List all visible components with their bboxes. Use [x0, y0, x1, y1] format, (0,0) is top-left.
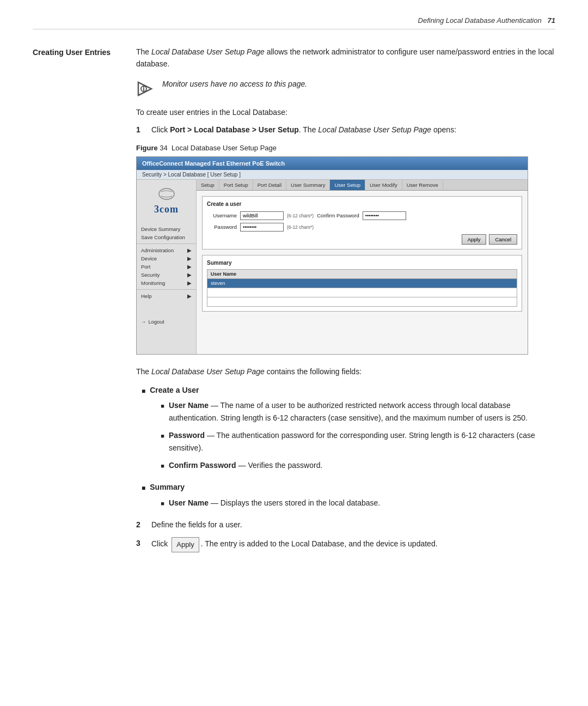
- table-row[interactable]: steven: [207, 278, 517, 288]
- username-input[interactable]: [240, 211, 284, 220]
- create-user-title: Create a user: [207, 201, 517, 207]
- sidebar-save-config[interactable]: Save Configuration: [137, 233, 196, 241]
- sidebar-device[interactable]: Device ▶: [137, 254, 196, 263]
- summary-items: ■ User Name — Displays the users stored …: [161, 497, 380, 509]
- password-input[interactable]: [240, 223, 284, 232]
- table-cell-empty-2: [207, 297, 517, 306]
- info-note: Monitor users have no access to this pag…: [162, 78, 307, 90]
- info-box: Monitor users have no access to this pag…: [136, 78, 555, 99]
- footer-steps: 2 Define the fields for a user. 3 Click …: [136, 519, 555, 552]
- tab-user-remove[interactable]: User Remove: [402, 180, 443, 190]
- section-create-user: ■ Create a User ■ User Name — The name o…: [142, 384, 555, 477]
- step-3-text: Click Apply. The entry is added to the L…: [151, 537, 438, 552]
- header-text: Defining Local Database Authentication: [418, 16, 542, 25]
- apply-inline-button[interactable]: Apply: [171, 537, 199, 552]
- username-hint: (6-12 chars*): [287, 213, 314, 218]
- password-row: Password (6-12 chars*): [207, 223, 517, 232]
- sidebar-monitoring[interactable]: Monitoring ▶: [137, 279, 196, 287]
- switch-sidebar: 3com Device Summary Save Configuration A…: [137, 180, 197, 354]
- form-buttons: Apply Cancel: [207, 234, 517, 245]
- summary-heading: Summary ■ User Name — Displays the users…: [150, 481, 380, 514]
- tab-setup[interactable]: Setup: [197, 180, 219, 190]
- bullet-marker-2: ■: [142, 483, 145, 514]
- section-summary: ■ Summary ■ User Name — Displays the use…: [142, 481, 555, 514]
- sidebar-logout[interactable]: → Logout: [137, 317, 196, 327]
- intro-em: Local Database User Setup Page: [151, 47, 265, 56]
- info-icon: [136, 79, 156, 99]
- step-1: 1 Click Port > Local Database > User Set…: [136, 124, 555, 136]
- switch-ui-header: OfficeConnect Managed Fast Ethernet PoE …: [137, 157, 528, 170]
- tab-user-summary[interactable]: User Summary: [286, 180, 330, 190]
- svg-marker-0: [138, 82, 151, 95]
- table-cell-steven: steven: [207, 278, 517, 288]
- sidebar-divider-1: [137, 244, 196, 244]
- sidebar-administration[interactable]: Administration ▶: [137, 246, 196, 254]
- tab-user-modify[interactable]: User Modify: [365, 180, 402, 190]
- switch-main: Setup Port Setup Port Detail User Summar…: [197, 180, 528, 354]
- table-cell-empty-1: [207, 288, 517, 297]
- figure-container: Figure 34 Local Database User Setup Page…: [136, 144, 555, 355]
- tab-port-setup[interactable]: Port Setup: [219, 180, 253, 190]
- apply-button[interactable]: Apply: [462, 234, 487, 245]
- sub-bullet-1: ■: [161, 401, 164, 424]
- content-area: Creating User Entries The Local Database…: [33, 46, 555, 559]
- summary-user-name-desc: User Name — Displays the users stored in…: [169, 497, 380, 509]
- step-2: 2 Define the fields for a user.: [136, 519, 555, 531]
- confirm-password-item: ■ Confirm Password — Verifies the passwo…: [161, 459, 555, 471]
- sub-bullet-2: ■: [161, 431, 164, 454]
- steps-intro: To create user entries in the Local Data…: [136, 106, 555, 118]
- figure-caption: Figure 34 Local Database User Setup Page: [136, 144, 555, 152]
- sidebar-security[interactable]: Security ▶: [137, 271, 196, 279]
- page-header: Defining Local Database Authentication 7…: [33, 16, 555, 29]
- tab-port-detail[interactable]: Port Detail: [253, 180, 286, 190]
- sidebar-divider-2: [137, 289, 196, 290]
- sub-bullet-3: ■: [161, 461, 164, 471]
- summary-section: Summary User Name s: [202, 255, 522, 312]
- cancel-button[interactable]: Cancel: [489, 234, 517, 245]
- table-row: [207, 297, 517, 306]
- step-3: 3 Click Apply. The entry is added to the…: [136, 537, 555, 552]
- bullet-marker-1: ■: [142, 386, 145, 477]
- logout-label: Logout: [149, 319, 164, 325]
- section-label: Creating User Entries: [33, 46, 120, 559]
- create-user-heading: Create a User ■ User Name — The name of …: [150, 384, 555, 477]
- confirm-label: Confirm Password: [317, 212, 359, 218]
- sidebar-help[interactable]: Help ▶: [137, 292, 196, 300]
- step-2-num: 2: [136, 519, 146, 531]
- confirm-password-desc: Confirm Password — Verifies the password…: [169, 459, 322, 471]
- svg-point-4: [159, 188, 174, 199]
- password-item: ■ Password — The authentication password…: [161, 429, 555, 454]
- password-hint: (6-12 chars*): [287, 224, 314, 230]
- username-label: Username: [207, 212, 237, 218]
- confirm-password-input[interactable]: [363, 211, 406, 220]
- summary-col-header: User Name: [207, 269, 517, 278]
- switch-ui: OfficeConnect Managed Fast Ethernet PoE …: [136, 156, 528, 355]
- summary-user-name-item: ■ User Name — Displays the users stored …: [161, 497, 380, 509]
- summary-title: Summary: [207, 260, 517, 266]
- switch-ui-body: 3com Device Summary Save Configuration A…: [137, 180, 528, 354]
- create-user-section: Create a user Username (6-12 chars*) Con…: [202, 196, 522, 249]
- user-name-item: ■ User Name — The name of a user to be a…: [161, 399, 555, 424]
- page-number: 71: [548, 16, 555, 25]
- sidebar-port[interactable]: Port ▶: [137, 263, 196, 271]
- intro-paragraph: The Local Database User Setup Page allow…: [136, 46, 555, 70]
- logout-icon: →: [141, 319, 146, 325]
- sidebar-device-summary[interactable]: Device Summary: [137, 225, 196, 233]
- switch-content: Create a user Username (6-12 chars*) Con…: [197, 191, 528, 317]
- create-user-items: ■ User Name — The name of a user to be a…: [161, 399, 555, 471]
- table-row: [207, 288, 517, 297]
- step-list: 1 Click Port > Local Database > User Set…: [136, 124, 555, 136]
- step-2-text: Define the fields for a user.: [151, 519, 242, 531]
- summary-table: User Name steven: [207, 269, 517, 307]
- step-3-num: 3: [136, 537, 146, 552]
- password-desc: Password — The authentication password f…: [169, 429, 555, 454]
- description-list: ■ Create a User ■ User Name — The name o…: [142, 384, 555, 514]
- step-1-num: 1: [136, 124, 146, 136]
- switch-logo: 3com: [154, 200, 179, 221]
- right-content: The Local Database User Setup Page allow…: [136, 46, 555, 559]
- switch-tabs: Setup Port Setup Port Detail User Summar…: [197, 180, 528, 191]
- desc-intro: The Local Database User Setup Page conta…: [136, 366, 555, 378]
- password-label: Password: [207, 224, 237, 230]
- tab-user-setup[interactable]: User Setup: [330, 180, 365, 190]
- step-1-text: Click Port > Local Database > User Setup…: [151, 124, 456, 136]
